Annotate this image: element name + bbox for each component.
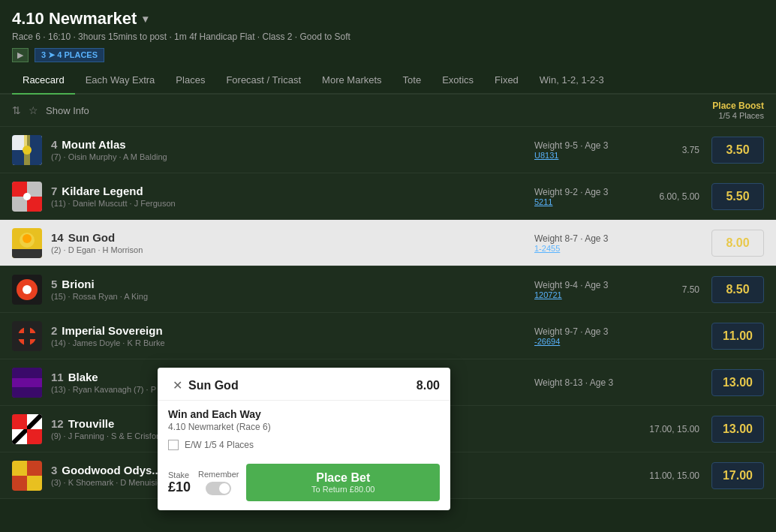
stake-section: Stake £10 <box>168 470 191 495</box>
popup-bet-type: Win and Each Way <box>168 408 440 420</box>
ew-label: E/W 1/5 4 Places <box>185 440 254 450</box>
stake-amount[interactable]: £10 <box>168 479 191 495</box>
place-bet-label: Place Bet <box>316 471 370 485</box>
stake-label: Stake <box>168 470 191 479</box>
popup-overlay: ✕ Sun God 8.00 Win and Each Way 4.10 New… <box>0 0 776 532</box>
popup-ew-row: E/W 1/5 4 Places <box>168 440 440 450</box>
place-bet-return: To Return £80.00 <box>311 485 374 494</box>
popup-header: ✕ Sun God 8.00 <box>158 368 450 401</box>
popup-race-info: 4.10 Newmarket (Race 6) <box>168 422 440 432</box>
popup-horse-name: Sun God <box>188 379 239 392</box>
close-icon[interactable]: ✕ <box>168 377 187 394</box>
place-bet-button[interactable]: Place Bet To Return £80.00 <box>246 464 440 501</box>
popup-footer: Stake £10 Remember Place Bet To Return £… <box>158 458 450 510</box>
remember-section: Remember <box>198 470 239 495</box>
bet-popup: ✕ Sun God 8.00 Win and Each Way 4.10 New… <box>158 368 450 510</box>
popup-odds: 8.00 <box>417 379 440 392</box>
ew-checkbox[interactable] <box>168 440 179 450</box>
remember-toggle[interactable] <box>206 482 231 495</box>
popup-body: Win and Each Way 4.10 Newmarket (Race 6)… <box>158 401 450 458</box>
remember-label: Remember <box>198 470 239 479</box>
